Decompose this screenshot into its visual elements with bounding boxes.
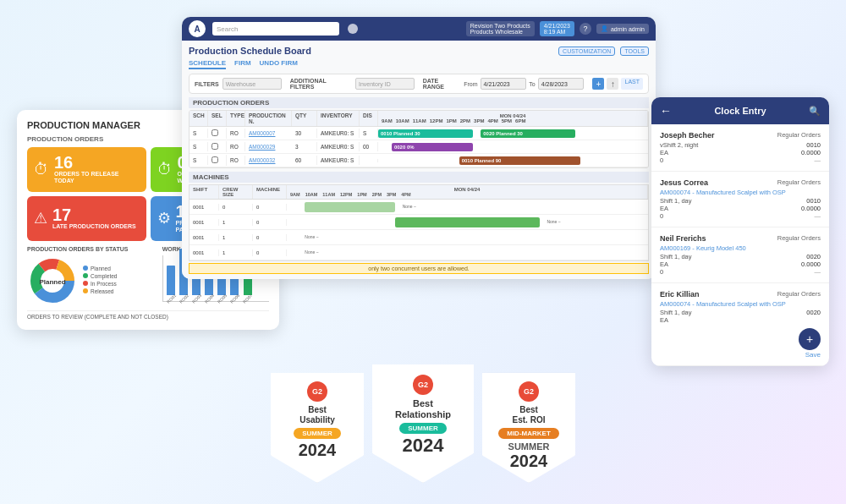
donut-legend: Planned Completed In Process Released	[83, 266, 117, 296]
mach-th-timeline: Mon 04/24 9AM10AM11AM12PM1PM2PM3PM4PM	[287, 185, 648, 199]
by-status-label: PRODUCTION ORDERS BY STATUS	[27, 246, 156, 252]
clock-entry-header: ← Clock Entry 🔍	[651, 97, 829, 124]
nav-undo-firm[interactable]: UNDO FIRM	[260, 59, 298, 69]
warehouse-input[interactable]: Warehouse	[222, 78, 282, 90]
entry-unit: EA	[660, 149, 668, 156]
clock-icon: ⏱	[34, 161, 49, 178]
orders-today-number: 16	[54, 154, 140, 171]
th-timeline: Mon 04/24 9AM10AM11AM12PM1PM2PM3PM4PM5PM…	[378, 111, 648, 126]
td-link2[interactable]: AM000029	[245, 142, 292, 151]
topbar-right: Revision Two Products Products Wholesale…	[466, 21, 649, 36]
entry-shift: Shift 1, day	[660, 309, 692, 316]
td-inv1: AMKEUR0: S	[317, 129, 360, 138]
app-logo: A	[189, 20, 206, 37]
td-check1[interactable]	[208, 128, 227, 139]
tools-btn[interactable]: TOOLS	[620, 47, 649, 56]
main-container: Production Manager PRODUCTION ORDERS ⏱ 1…	[0, 0, 846, 504]
from-label: From	[464, 81, 477, 87]
machine-row: 0001 1 0 None ~	[190, 230, 648, 245]
to-date-input[interactable]: 4/28/2023	[538, 78, 585, 90]
filters-row: FILTERS Warehouse ADDITIONAL FILTERS Inv…	[189, 74, 649, 94]
help-icon[interactable]: ?	[580, 23, 591, 35]
sort-btn[interactable]: ↑	[607, 78, 618, 90]
revision-info: Revision Two Products Products Wholesale	[466, 21, 535, 36]
td-link1[interactable]: AM000007	[245, 129, 292, 138]
clock-icon-2: ⏱	[157, 161, 173, 178]
gantt-row1: 0010 Planned 30 0020 Planned 30	[378, 129, 648, 139]
badge-usability: G2 BestUsability SUMMER 2024	[271, 373, 364, 483]
mach-gantt-1: None ~	[287, 200, 648, 214]
td-disp1: S	[360, 129, 378, 138]
entry-shift: Shift 1, day	[660, 253, 692, 260]
gantt-row3: 0010 Planned 90	[378, 156, 648, 166]
clock-entry-item: Eric Killian Regular Orders AM000074 - M…	[651, 283, 829, 366]
badge-roi: G2 BestEst. ROI Mid-Market SUMMER 2024	[482, 373, 575, 483]
th-schedule: Sch	[190, 111, 208, 126]
schedule-board: A Search Revision Two Products Products …	[182, 17, 656, 279]
entry-type: Regular Orders	[777, 131, 821, 139]
machines-section: MACHINES Shift Crew Size Machine Mon 04/…	[189, 172, 649, 261]
entry-value: 0020	[806, 309, 821, 316]
gantt-row2: 0020 0%	[378, 142, 648, 152]
entry-shift: Shift 1, day	[660, 197, 692, 205]
warning-icon: ⚠	[34, 209, 47, 227]
date-range-label: DATE RANGE	[423, 78, 462, 90]
pm-card-orders-today[interactable]: ⏱ 16 ORDERS TO RELEASE TODAY	[27, 147, 146, 192]
entry-name: Eric Killian	[660, 290, 700, 299]
warning-banner: only two concurrent users are allowed.	[189, 263, 649, 274]
pm-card-late[interactable]: ⚠ 17 LATE PRODUCTION ORDERS	[27, 196, 146, 241]
late-orders-label: LATE PRODUCTION ORDERS	[52, 223, 140, 230]
add-filter-btn[interactable]: +	[592, 78, 604, 90]
late-orders-number: 17	[52, 206, 140, 223]
entry-name: Jesus Correa	[660, 178, 708, 187]
topbar-date: 4/21/2023 8:19 AM	[540, 21, 574, 36]
mach-th-shift: Shift	[190, 185, 219, 199]
th-qty: Qty	[292, 111, 317, 126]
badge-relationship: G2 BestRelationship SUMMER 2024	[372, 364, 474, 483]
th-selected: Sel	[208, 111, 227, 126]
nav-schedule[interactable]: SCHEDULE	[189, 59, 226, 69]
user-icon: 👤	[601, 25, 608, 32]
badge-best-label-roi: BestEst. ROI	[513, 405, 546, 425]
additional-filters-label: ADDITIONAL FILTERS	[290, 78, 352, 90]
search-icon[interactable]: 🔍	[809, 106, 821, 117]
prod-orders-label: PRODUCTION ORDERS	[189, 97, 649, 108]
machine-row: 0001 1 0 None ~	[190, 215, 648, 230]
nav-firm[interactable]: FIRM	[234, 59, 251, 69]
last-btn[interactable]: LAST	[621, 78, 643, 90]
td-link3[interactable]: AM000032	[245, 156, 292, 165]
filters-label: FILTERS	[195, 81, 219, 87]
machine-row: 0001 1 0 None ~	[190, 245, 648, 260]
board-topbar: A Search Revision Two Products Products …	[182, 17, 656, 41]
mach-th-crew: Crew Size	[219, 185, 253, 199]
table-row: S RO AM000029 3 AMKEUR0: S 00 0020 0%	[190, 140, 648, 154]
machine-row: 0001 0 0 None ~	[190, 200, 648, 215]
search-input[interactable]: Search	[212, 22, 339, 36]
badge-shield-relationship: G2 BestRelationship SUMMER 2024	[372, 364, 474, 483]
pm-chart-section: PRODUCTION ORDERS BY STATUS Planned Plan…	[27, 246, 156, 306]
refresh-icon[interactable]	[348, 24, 358, 34]
mach-gantt-2: None ~	[287, 216, 648, 229]
entry-shift: vShift 2, night	[660, 141, 698, 149]
entry-value: 0010	[806, 141, 821, 149]
save-label[interactable]: Save	[660, 351, 821, 359]
clock-entry-item: Neil Frerichs Regular Orders AM000169 - …	[651, 227, 829, 283]
g2-icon-relationship: G2	[413, 375, 433, 395]
from-date-input[interactable]: 4/21/2023	[481, 78, 527, 90]
inventory-id-input[interactable]: Inventory ID	[355, 78, 415, 90]
admin-menu[interactable]: 👤 admin admin	[596, 24, 649, 34]
badge-year-usability: 2024	[299, 441, 337, 458]
g2-icon-roi: G2	[519, 381, 539, 402]
customization-btn[interactable]: CUSTOMIZATION	[558, 47, 615, 56]
td-s1: S	[190, 129, 208, 138]
badge-year-roi: 2024	[510, 452, 548, 469]
table-row: S RO AM000007 30 AMKEUR0: S S 0010 Plann…	[190, 127, 648, 140]
clock-entry-item: Joseph Becher Regular Orders vShift 2, n…	[651, 124, 829, 172]
badge-year-relationship: 2024	[403, 436, 444, 455]
badge-season-relationship: SUMMER	[399, 423, 447, 434]
donut-container: Planned Planned Completed In Process Rel…	[27, 255, 156, 306]
back-button[interactable]: ←	[660, 104, 672, 118]
save-button[interactable]: +	[799, 328, 821, 350]
board-content: Production Schedule Board CUSTOMIZATION …	[182, 41, 656, 279]
orders-review-label: ORDERS TO REVIEW (COMPLETE AND NOT CLOSE…	[27, 310, 269, 320]
